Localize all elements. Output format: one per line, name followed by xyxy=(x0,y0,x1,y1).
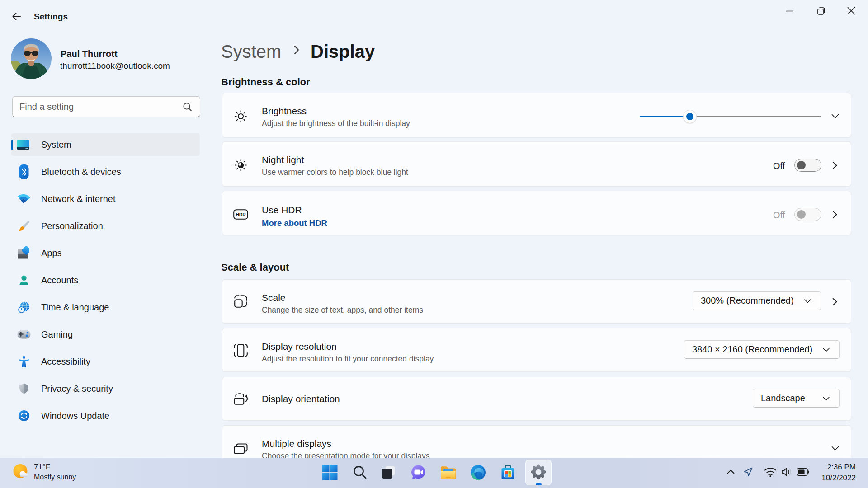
svg-text:HDR: HDR xyxy=(236,212,246,217)
